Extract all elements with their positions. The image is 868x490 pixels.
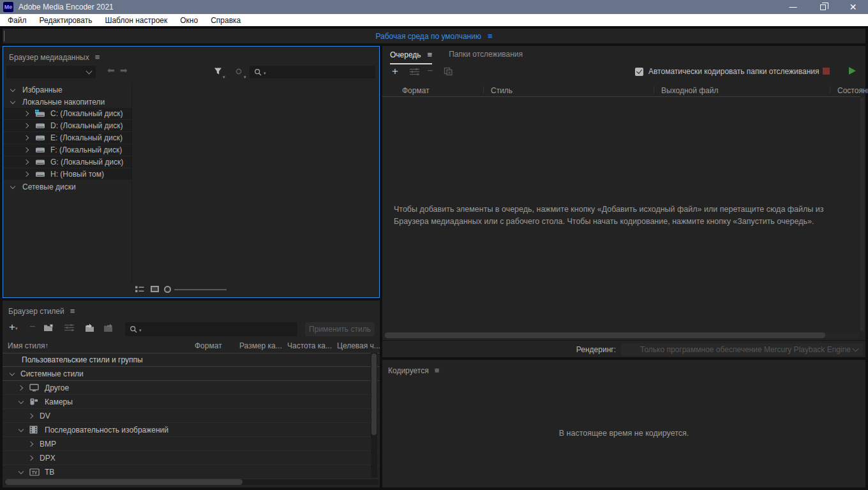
queue-horizontal-scrollbar-track[interactable]	[384, 332, 860, 338]
export-preset-icon[interactable]	[103, 323, 114, 332]
queue-column-3[interactable]: Состояни	[837, 86, 868, 95]
preset-column-3[interactable]: Частота ка...	[287, 341, 332, 350]
close-button[interactable]: ✕	[838, 0, 868, 14]
preset-horizontal-scrollbar-track[interactable]	[4, 479, 378, 485]
queue-column-2[interactable]: Выходной файл	[661, 86, 719, 95]
preset-tree-label: BMP	[40, 440, 56, 449]
add-source-button[interactable]: +	[392, 65, 398, 78]
menu-item-3[interactable]: Окно	[174, 16, 204, 25]
hard-drive-icon	[35, 170, 48, 178]
ingest-settings-icon[interactable]	[409, 68, 420, 76]
chevron-down-icon[interactable]	[8, 89, 17, 91]
chevron-down-icon[interactable]	[17, 401, 26, 403]
preset-settings-icon[interactable]	[64, 323, 75, 332]
list-view-icon[interactable]	[135, 285, 144, 293]
preset-vertical-scrollbar-thumb[interactable]	[371, 353, 377, 435]
chevron-right-icon[interactable]	[22, 136, 31, 140]
apply-preset-button[interactable]: Применить стиль	[305, 322, 375, 336]
preset-horizontal-scrollbar-thumb[interactable]	[5, 479, 243, 485]
stop-queue-button[interactable]	[823, 68, 830, 75]
preset-tree-item-4[interactable]: DV	[3, 409, 380, 423]
chevron-right-icon[interactable]	[22, 112, 31, 115]
file-type-filter-icon[interactable]	[235, 68, 243, 75]
chevron-down-icon[interactable]	[8, 186, 17, 188]
workspace-menu-icon[interactable]: ≡	[488, 31, 493, 41]
preset-browser-menu-icon[interactable]: ≡	[70, 306, 75, 316]
import-preset-icon[interactable]	[84, 323, 95, 332]
queue-column-0[interactable]: Формат	[402, 86, 430, 95]
thumbnail-view-icon[interactable]	[150, 285, 160, 293]
tab-queue[interactable]: Очередь ≡	[390, 50, 432, 64]
delete-preset-button[interactable]: −	[29, 321, 35, 332]
chevron-down-icon[interactable]	[8, 373, 17, 375]
media-tree-item-6[interactable]: G: (Локальный диск)	[3, 156, 131, 168]
menu-item-2[interactable]: Шаблон настроек	[98, 16, 174, 25]
chevron-right-icon[interactable]	[22, 124, 31, 128]
queue-menu-icon[interactable]: ≡	[428, 50, 433, 59]
preset-tree-item-1[interactable]: Системные стили	[3, 367, 380, 381]
chevron-right-icon[interactable]	[22, 160, 31, 164]
create-group-icon[interactable]	[43, 323, 54, 332]
chevron-right-icon[interactable]	[27, 414, 36, 418]
preset-column-0[interactable]: Имя стиля ↑	[8, 341, 45, 350]
chevron-right-icon[interactable]	[17, 386, 26, 390]
preset-column-2[interactable]: Размер ка...	[239, 341, 282, 350]
queue-horizontal-scrollbar-thumb[interactable]	[385, 332, 825, 338]
renderer-dropdown[interactable]: Только программное обеспечение Mercury P…	[621, 343, 863, 356]
queue-toolbar: + − Автоматически кодировать папки отсле…	[382, 65, 865, 82]
media-tree-item-7[interactable]: H: (Новый том)	[3, 168, 131, 181]
workspace-label[interactable]: Рабочая среда по умолчанию	[375, 32, 481, 41]
forward-arrow-icon[interactable]: ➡	[120, 65, 128, 75]
preset-tree-item-6[interactable]: BMP	[3, 437, 380, 451]
menu-item-1[interactable]: Редактировать	[33, 16, 99, 25]
media-tree-item-5[interactable]: F: (Локальный диск)	[3, 144, 131, 156]
minimize-button[interactable]: —	[778, 0, 808, 14]
preset-column-1[interactable]: Формат	[195, 341, 222, 350]
back-arrow-icon[interactable]: ⬅	[107, 65, 115, 75]
menu-item-0[interactable]: Файл	[1, 16, 33, 25]
preset-tree-item-7[interactable]: DPX	[3, 451, 380, 465]
preset-tree-item-2[interactable]: Другое	[3, 381, 380, 395]
film-strip-icon	[29, 426, 42, 434]
menu-item-4[interactable]: Справка	[204, 16, 247, 25]
chevron-right-icon[interactable]	[27, 456, 36, 460]
chevron-right-icon[interactable]	[27, 442, 36, 446]
preset-tree-item-3[interactable]: Камеры	[3, 395, 380, 409]
sort-ascending-icon: ↑	[45, 341, 49, 349]
preset-tree-item-8[interactable]: TVТВ	[3, 465, 380, 479]
zoom-slider-knob[interactable]	[164, 286, 171, 293]
media-tree-item-1[interactable]: Локальные накопители	[3, 96, 379, 108]
media-source-dropdown[interactable]	[6, 66, 96, 78]
auto-encode-checkbox[interactable]	[635, 68, 643, 76]
chevron-right-icon[interactable]	[22, 172, 31, 176]
tv-icon: TV	[29, 468, 42, 476]
preset-tree-item-5[interactable]: Последовательность изображений	[3, 423, 380, 437]
chevron-down-icon[interactable]	[17, 429, 26, 431]
start-queue-button[interactable]	[849, 67, 856, 75]
duplicate-icon[interactable]	[444, 67, 453, 76]
media-tree-label: E: (Локальный диск)	[50, 133, 123, 142]
chevron-down-icon[interactable]	[8, 101, 17, 103]
media-search-input[interactable]: ▾	[250, 66, 375, 78]
remove-source-button[interactable]: −	[427, 65, 433, 77]
media-browser-menu-icon[interactable]: ≡	[95, 52, 100, 62]
hard-drive-icon	[35, 146, 48, 154]
media-tree-item-2[interactable]: C: (Локальный диск)	[3, 108, 131, 120]
preset-search-input[interactable]: ▾	[125, 322, 297, 336]
chevron-right-icon[interactable]	[22, 148, 31, 152]
tab-watch-folders[interactable]: Папки отслеживания	[449, 50, 523, 63]
queue-column-1[interactable]: Стиль	[491, 86, 513, 95]
chevron-down-icon[interactable]	[17, 471, 26, 473]
media-tree-item-3[interactable]: D: (Локальный диск)	[3, 120, 131, 132]
zoom-slider-track[interactable]	[174, 289, 227, 290]
media-tree-item-4[interactable]: E: (Локальный диск)	[3, 132, 131, 144]
queue-vertical-scrollbar[interactable]	[860, 98, 864, 331]
encoding-menu-icon[interactable]: ≡	[435, 366, 440, 375]
preset-column-4[interactable]: Целевая ч...	[337, 341, 380, 350]
media-tree-item-8[interactable]: Сетевые диски	[3, 181, 379, 193]
media-tree-item-0[interactable]: Избранные	[3, 84, 379, 96]
preset-tree-item-0[interactable]: Пользовательские стили и группы	[3, 353, 380, 367]
create-preset-button[interactable]: +▾	[9, 321, 17, 334]
restore-button[interactable]	[808, 0, 838, 14]
filter-icon[interactable]	[214, 67, 222, 75]
